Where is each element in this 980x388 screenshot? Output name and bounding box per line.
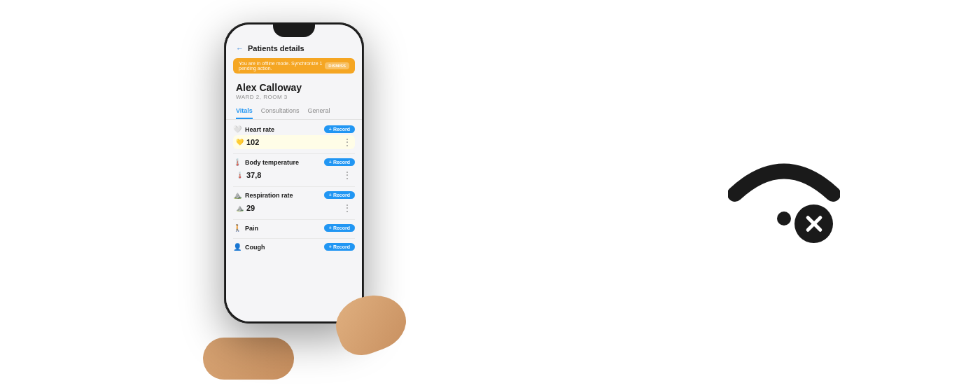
respiration-more-button[interactable]: ⋮ (343, 203, 352, 213)
person-icon: 🚶 (233, 224, 241, 232)
vital-cough-label-group: 👤 Cough (233, 243, 265, 251)
tab-vitals[interactable]: Vitals (236, 107, 253, 119)
vital-respiration-value-group: ⛰️ 29 (236, 204, 255, 212)
vital-pain-header: 🚶 Pain + Record (233, 221, 355, 234)
divider-1 (233, 153, 355, 154)
svg-point-0 (777, 212, 791, 226)
vital-respiration-name: Respiration rate (245, 192, 293, 199)
offline-text: You are in offline mode. Synchronize 1 p… (239, 61, 325, 71)
wifi-off-icon (728, 145, 840, 243)
vital-heart-rate-header: 🤍 Heart rate + Record (233, 123, 355, 135)
heart-icon: 🤍 (233, 125, 241, 133)
vital-respiration-value: 29 (246, 204, 255, 212)
tab-general[interactable]: General (307, 107, 330, 119)
vital-respiration-header: ⛰️ Respiration rate + Record (233, 188, 355, 201)
vital-body-temp-name: Body temperature (245, 159, 299, 166)
vital-body-temp-value: 37,8 (246, 171, 261, 179)
lungs-icon: ⛰️ (233, 191, 241, 199)
heart-rate-more-button[interactable]: ⋮ (343, 137, 352, 147)
respiration-value-icon: ⛰️ (236, 205, 244, 212)
hand-wrist (203, 338, 294, 380)
app-screen: ← Patients details You are in offline mo… (226, 25, 362, 321)
phone-screen: ← Patients details You are in offline mo… (226, 25, 362, 321)
dismiss-button[interactable]: DISMISS (325, 62, 349, 69)
vital-cough-name: Cough (245, 244, 265, 251)
vital-cough-header: 👤 Cough + Record (233, 240, 355, 253)
cough-icon: 👤 (233, 243, 241, 251)
thermometer-value-icon: 🌡️ (236, 172, 244, 179)
vital-heart-rate: 🤍 Heart rate + Record 💛 102 ⋮ (233, 123, 355, 149)
vital-respiration-label-group: ⛰️ Respiration rate (233, 191, 293, 199)
phone-mockup: ← Patients details You are in offline mo… (224, 22, 378, 366)
wifi-off-indicator (728, 145, 840, 243)
phone-outer: ← Patients details You are in offline mo… (224, 22, 364, 324)
divider-2 (233, 186, 355, 187)
vitals-list: 🤍 Heart rate + Record 💛 102 ⋮ (226, 120, 362, 260)
cough-record-button[interactable]: + Record (324, 243, 355, 251)
offline-banner: You are in offline mode. Synchronize 1 p… (233, 58, 355, 74)
vital-body-temp-label-group: 🌡️ Body temperature (233, 158, 299, 166)
vital-body-temp: 🌡️ Body temperature + Record 🌡️ 37,8 (233, 155, 355, 182)
divider-3 (233, 219, 355, 220)
vital-body-temp-value-group: 🌡️ 37,8 (236, 171, 261, 179)
wifi-x-mark (794, 205, 833, 243)
vital-heart-rate-name: Heart rate (245, 126, 274, 133)
page-title: Patients details (248, 44, 304, 53)
vital-heart-rate-row: 💛 102 ⋮ (233, 135, 355, 149)
body-temp-more-button[interactable]: ⋮ (343, 170, 352, 180)
divider-4 (233, 238, 355, 239)
app-header: ← Patients details (226, 40, 362, 55)
heart-rate-record-button[interactable]: + Record (324, 125, 355, 133)
vital-heart-rate-label-group: 🤍 Heart rate (233, 125, 274, 133)
back-button[interactable]: ← (236, 44, 244, 53)
patient-ward: WARD 2, ROOM 3 (236, 94, 352, 100)
pain-record-button[interactable]: + Record (324, 224, 355, 232)
body-temp-record-button[interactable]: + Record (324, 158, 355, 166)
tab-consultations[interactable]: Consultations (261, 107, 300, 119)
vital-respiration: ⛰️ Respiration rate + Record ⛰️ 29 (233, 188, 355, 215)
vital-respiration-row: ⛰️ 29 ⋮ (233, 201, 355, 215)
thermometer-icon: 🌡️ (233, 158, 241, 166)
vital-cough: 👤 Cough + Record (233, 240, 355, 253)
vital-pain-name: Pain (245, 225, 258, 232)
vital-body-temp-row: 🌡️ 37,8 ⋮ (233, 168, 355, 182)
vital-heart-rate-value: 102 (246, 138, 259, 146)
heart-value-icon: 💛 (236, 139, 244, 146)
patient-info: Alex Calloway WARD 2, ROOM 3 (226, 76, 362, 103)
vital-pain-label-group: 🚶 Pain (233, 224, 258, 232)
phone-notch (273, 25, 315, 37)
respiration-record-button[interactable]: + Record (324, 191, 355, 199)
vital-body-temp-header: 🌡️ Body temperature + Record (233, 155, 355, 168)
tab-bar: Vitals Consultations General (226, 103, 362, 120)
patient-name: Alex Calloway (236, 82, 352, 93)
vital-heart-rate-value-group: 💛 102 (236, 138, 259, 146)
main-scene: ← Patients details You are in offline mo… (0, 0, 980, 388)
vital-pain: 🚶 Pain + Record (233, 221, 355, 234)
